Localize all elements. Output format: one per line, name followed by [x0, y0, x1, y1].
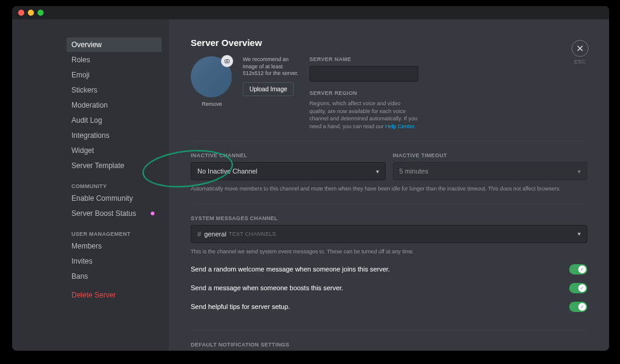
check-icon: ✓ — [578, 284, 586, 292]
server-name-label: SERVER NAME — [309, 56, 418, 62]
close-window-dot[interactable] — [18, 10, 24, 16]
sidebar-item-widget[interactable]: Widget — [67, 143, 162, 158]
sidebar-item-roles[interactable]: Roles — [67, 53, 162, 67]
sidebar-item-enable-community[interactable]: Enable Community — [67, 191, 162, 206]
sidebar-item-invites[interactable]: Invites — [67, 254, 162, 268]
boost-indicator-icon — [151, 212, 154, 215]
hash-icon: # — [197, 230, 201, 238]
upload-badge-icon — [221, 55, 233, 67]
system-messages-label: SYSTEM MESSAGES CHANNEL — [191, 215, 587, 221]
inactive-timeout-label: INACTIVE TIMEOUT — [393, 152, 588, 158]
sidebar-item-integrations[interactable]: Integrations — [67, 128, 162, 143]
inactive-channel-label: INACTIVE CHANNEL — [191, 152, 386, 158]
boost-message-toggle[interactable]: ✓ — [569, 283, 587, 293]
window-titlebar — [12, 6, 609, 19]
divider — [191, 204, 587, 204]
server-name-input[interactable] — [309, 66, 418, 82]
check-icon: ✓ — [578, 265, 586, 273]
close-icon — [576, 45, 584, 52]
sidebar-header-community: COMMUNITY — [67, 180, 162, 191]
chevron-down-icon: ▾ — [578, 230, 581, 237]
close-button[interactable] — [572, 40, 589, 57]
svg-point-1 — [226, 60, 228, 62]
server-region-desc: Regions, which affect voice and video qu… — [309, 100, 418, 130]
sidebar-item-members[interactable]: Members — [67, 239, 162, 253]
sidebar-item-stickers[interactable]: Stickers — [67, 83, 162, 97]
check-icon: ✓ — [578, 303, 586, 311]
help-center-link[interactable]: Help Center. — [385, 123, 415, 129]
server-avatar[interactable] — [191, 56, 232, 97]
system-help-text: This is the channel we send system event… — [191, 248, 587, 256]
system-channel-select[interactable]: # general TEXT CHANNELS ▾ — [191, 225, 587, 243]
upload-image-button[interactable]: Upload Image — [243, 82, 294, 96]
tips-toggle-label: Send helpful tips for server setup. — [191, 303, 290, 310]
sidebar-item-emoji[interactable]: Emoji — [67, 68, 162, 82]
divider — [191, 141, 587, 141]
notification-settings-label: DEFAULT NOTIFICATION SETTINGS — [191, 342, 587, 348]
chevron-down-icon: ▾ — [578, 168, 581, 175]
server-region-label: SERVER REGION — [309, 90, 418, 96]
sidebar-item-audit-log[interactable]: Audit Log — [67, 113, 162, 128]
chevron-down-icon: ▾ — [376, 168, 379, 175]
sidebar-item-overview[interactable]: Overview — [67, 37, 162, 52]
close-label: ESC — [572, 59, 589, 65]
sidebar-item-server-boost[interactable]: Server Boost Status — [67, 206, 162, 221]
settings-sidebar: Overview Roles Emoji Stickers Moderation… — [12, 19, 169, 351]
remove-avatar-link[interactable]: Remove — [191, 101, 233, 107]
sidebar-item-delete-server[interactable]: Delete Server — [67, 288, 162, 302]
welcome-message-toggle[interactable]: ✓ — [569, 264, 587, 275]
tips-toggle[interactable]: ✓ — [569, 302, 587, 312]
sidebar-item-bans[interactable]: Bans — [67, 269, 162, 284]
avatar-recommend-text: We recommend an image of at least 512x51… — [243, 56, 300, 77]
sidebar-item-server-template[interactable]: Server Template — [67, 158, 162, 173]
sidebar-item-moderation[interactable]: Moderation — [67, 98, 162, 112]
maximize-window-dot[interactable] — [38, 10, 44, 16]
sidebar-header-user-management: USER MANAGEMENT — [67, 227, 162, 239]
page-title: Server Overview — [191, 37, 587, 48]
inactive-timeout-select[interactable]: 5 minutes ▾ — [393, 162, 588, 180]
inactive-channel-select[interactable]: No Inactive Channel ▾ — [191, 162, 386, 180]
close-area: ESC — [572, 40, 589, 65]
boost-message-toggle-label: Send a message when someone boosts this … — [191, 284, 343, 291]
main-content: ESC Server Overview Remove We recommend … — [169, 19, 609, 351]
welcome-message-toggle-label: Send a random welcome message when someo… — [191, 265, 390, 273]
minimize-window-dot[interactable] — [28, 10, 34, 16]
divider — [191, 330, 587, 331]
sidebar-item-label: Server Boost Status — [71, 209, 136, 218]
inactive-help-text: Automatically move members to this chann… — [191, 185, 587, 193]
